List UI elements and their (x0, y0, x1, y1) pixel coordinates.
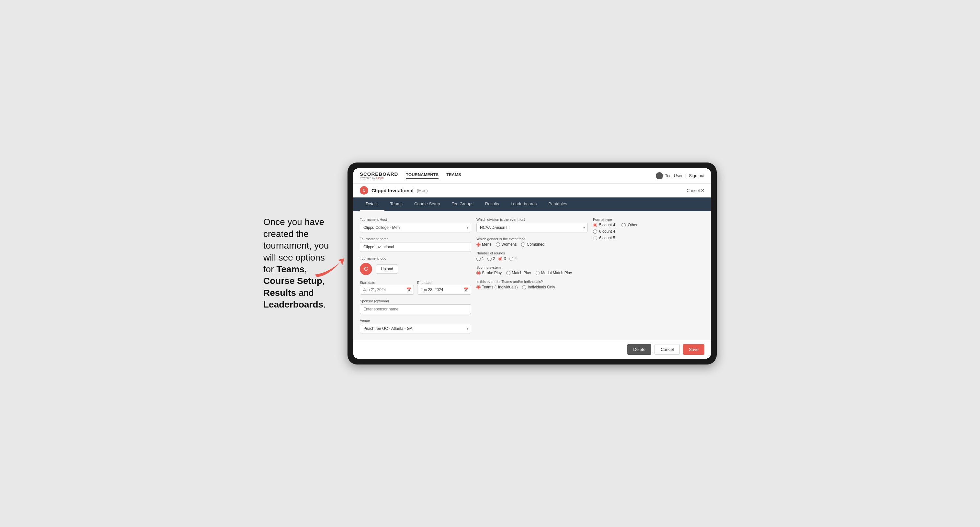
form-column-2: Which division is the event for? NCAA Di… (476, 217, 588, 333)
division-group: Which division is the event for? NCAA Di… (476, 217, 588, 232)
tournament-icon: C (360, 186, 368, 195)
form-column-3: Format type 5 count 4 (593, 217, 705, 333)
scoring-radio-group: Stroke Play Match Play Medal Match Play (476, 271, 588, 275)
gender-label: Which gender is the event for? (476, 237, 588, 241)
scoring-label: Scoring system (476, 265, 588, 269)
end-date-label: End date (417, 281, 431, 284)
tournament-name: Clippd Invitational (371, 188, 414, 193)
rounds-radio-group: 1 2 3 4 (476, 256, 588, 261)
tabs-bar: Details Teams Course Setup Tee Groups Re… (353, 197, 711, 211)
rounds-group: Number of rounds 1 2 3 (476, 251, 588, 261)
sponsor-group: Sponsor (optional) (360, 299, 471, 314)
sponsor-input[interactable] (360, 304, 471, 314)
scoring-medal[interactable]: Medal Match Play (536, 271, 572, 275)
tab-leaderboards[interactable]: Leaderboards (505, 197, 542, 211)
nav-tournaments[interactable]: TOURNAMENTS (406, 172, 439, 179)
rounds-2[interactable]: 2 (487, 256, 495, 261)
save-button[interactable]: Save (683, 344, 705, 355)
rounds-3[interactable]: 3 (498, 256, 506, 261)
start-date-group: Start date 📅 (360, 280, 414, 295)
gender-mens[interactable]: Mens (476, 242, 491, 247)
instruction-text: Once you have created the tournament, yo… (263, 216, 334, 310)
gender-combined[interactable]: Combined (521, 242, 544, 247)
cancel-top-button[interactable]: Cancel ✕ (687, 188, 705, 193)
tournament-type: (Men) (417, 188, 428, 193)
format-5count4[interactable]: 5 count 4 (593, 223, 615, 227)
teams-plus-individuals[interactable]: Teams (+Individuals) (476, 285, 517, 289)
sponsor-label: Sponsor (optional) (360, 299, 471, 303)
nav-links: TOURNAMENTS TEAMS (406, 172, 461, 179)
division-select[interactable]: NCAA Division III (476, 223, 588, 232)
individuals-only[interactable]: Individuals Only (522, 285, 555, 289)
form-area: Tournament Host Clippd College - Men Tou… (353, 211, 711, 340)
rounds-label: Number of rounds (476, 251, 588, 255)
teams-radio-group: Teams (+Individuals) Individuals Only (476, 285, 588, 289)
tablet-screen: SCOREBOARD Powered by clippd TOURNAMENTS… (353, 168, 711, 359)
arrow-indicator (312, 255, 354, 284)
gender-radio-group: Mens Womens Combined (476, 242, 588, 247)
nav-teams[interactable]: TEAMS (446, 172, 461, 179)
gender-group: Which gender is the event for? Mens Wome… (476, 237, 588, 247)
logo-upload-row: C Upload (360, 263, 471, 275)
scoring-match[interactable]: Match Play (506, 271, 531, 275)
tournament-header: C Clippd Invitational (Men) Cancel ✕ (353, 184, 711, 197)
gender-womens[interactable]: Womens (496, 242, 517, 247)
format-label: Format type (593, 217, 705, 221)
end-date-input[interactable] (417, 285, 471, 295)
tab-course-setup[interactable]: Course Setup (408, 197, 446, 211)
end-date-group: End date 📅 (417, 280, 471, 295)
logo: SCOREBOARD Powered by clippd (360, 171, 398, 180)
user-name: Test User (665, 173, 683, 178)
upload-button[interactable]: Upload (376, 265, 398, 273)
division-label: Which division is the event for? (476, 217, 588, 221)
teams-group: Is this event for Teams and/or Individua… (476, 280, 588, 289)
user-area: Test User | Sign out (656, 172, 705, 179)
action-bar: Delete Cancel Save (353, 340, 711, 359)
cancel-button[interactable]: Cancel (654, 344, 680, 355)
rounds-1[interactable]: 1 (476, 256, 484, 261)
sign-out-link[interactable]: Sign out (689, 173, 705, 178)
delete-button[interactable]: Delete (627, 344, 651, 355)
name-group: Tournament name (360, 237, 471, 252)
format-6count5[interactable]: 6 count 5 (593, 236, 615, 240)
name-input[interactable] (360, 242, 471, 252)
tablet-device: SCOREBOARD Powered by clippd TOURNAMENTS… (347, 162, 717, 365)
tab-teams[interactable]: Teams (384, 197, 408, 211)
top-nav: SCOREBOARD Powered by clippd TOURNAMENTS… (353, 168, 711, 184)
logo-label: Tournament logo (360, 256, 471, 260)
start-date-input[interactable] (360, 285, 414, 295)
tab-results[interactable]: Results (479, 197, 505, 211)
start-date-label: Start date (360, 281, 375, 284)
tournament-title-row: C Clippd Invitational (Men) (360, 186, 428, 195)
format-group: Format type 5 count 4 (593, 217, 705, 242)
tab-printables[interactable]: Printables (542, 197, 573, 211)
format-other[interactable]: Other (622, 223, 637, 227)
tab-details[interactable]: Details (360, 197, 384, 211)
rounds-4[interactable]: 4 (509, 256, 517, 261)
logo-preview: C (360, 263, 372, 275)
format-6count4[interactable]: 6 count 4 (593, 229, 615, 234)
host-label: Tournament Host (360, 217, 471, 221)
venue-label: Venue (360, 319, 471, 322)
teams-label: Is this event for Teams and/or Individua… (476, 280, 588, 284)
host-select[interactable]: Clippd College - Men (360, 223, 471, 232)
venue-select[interactable]: Peachtree GC - Atlanta - GA (360, 324, 471, 333)
host-group: Tournament Host Clippd College - Men (360, 217, 471, 232)
form-column-1: Tournament Host Clippd College - Men Tou… (360, 217, 471, 333)
scoring-group: Scoring system Stroke Play Match Play Me… (476, 265, 588, 275)
user-icon (656, 172, 663, 179)
scoring-stroke[interactable]: Stroke Play (476, 271, 502, 275)
venue-group: Venue Peachtree GC - Atlanta - GA (360, 319, 471, 333)
date-group: Start date 📅 End date 📅 (360, 280, 471, 295)
name-label: Tournament name (360, 237, 471, 241)
logo-group: Tournament logo C Upload (360, 256, 471, 275)
format-radio-list: 5 count 4 6 count 4 6 count 5 (593, 223, 705, 242)
tab-tee-groups[interactable]: Tee Groups (446, 197, 479, 211)
